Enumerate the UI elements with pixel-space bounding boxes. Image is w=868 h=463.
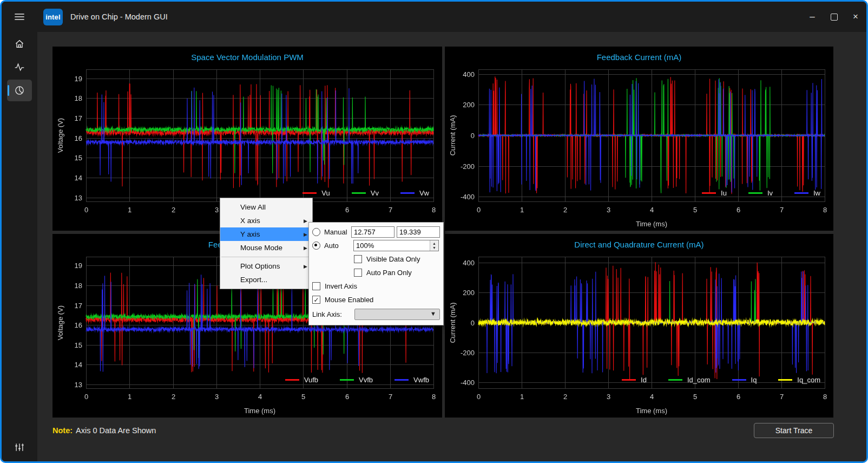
legend-label: Iw xyxy=(813,189,820,197)
legend-label: Vwfb xyxy=(413,376,429,384)
legend-item-Iv: Iv xyxy=(748,189,773,197)
auto-range-row: Auto ▲ ▼ xyxy=(312,239,440,252)
legend-line-icon xyxy=(668,379,682,381)
window-controls: – × xyxy=(801,2,866,32)
legend-line-icon xyxy=(622,379,636,381)
mouse-enabled-checkbox[interactable]: ✓ xyxy=(312,296,320,304)
mouse-enabled-label: Mouse Enabled xyxy=(325,296,373,304)
legend-item-Vvfb: Vvfb xyxy=(340,376,373,384)
status-note: Note:Axis 0 Data Are Shown xyxy=(52,426,156,435)
auto-pan-only-row: Auto Pan Only xyxy=(354,266,440,279)
legend-item-Id: Id xyxy=(622,376,647,384)
invert-axis-row: Invert Axis xyxy=(312,279,440,293)
y-axis-label: Current (mA) xyxy=(449,115,457,155)
legend-label: Id xyxy=(641,376,647,384)
sidebar-item-waveform[interactable] xyxy=(7,56,32,78)
visible-data-only-checkbox[interactable] xyxy=(354,255,362,263)
plot-title: Direct and Quadrature Current (mA) xyxy=(445,240,833,249)
legend-line-icon xyxy=(303,192,317,194)
y-axis-label: Voltage (V) xyxy=(56,118,64,153)
plot-legend[interactable]: IuIvIw xyxy=(702,189,820,197)
app-window: intel Drive on Chip - Modern GUI – × xyxy=(0,0,868,463)
minimize-icon: – xyxy=(810,11,814,22)
maximize-button[interactable] xyxy=(823,2,845,32)
plot-title: Space Vector Modulation PWM xyxy=(52,53,442,62)
maximize-icon xyxy=(831,14,838,21)
window-title: Drive on Chip - Modern GUI xyxy=(70,12,168,21)
sidebar-item-charts[interactable] xyxy=(7,80,32,101)
plot-legend[interactable]: IdId_comIqIq_com xyxy=(622,376,820,384)
legend-line-icon xyxy=(732,379,746,381)
auto-scale-spinbox[interactable]: ▲ ▼ xyxy=(353,240,439,251)
note-text: Axis 0 Data Are Shown xyxy=(76,426,156,435)
titlebar: intel Drive on Chip - Modern GUI – × xyxy=(2,2,866,32)
legend-label: Vw xyxy=(419,189,429,197)
minimize-button[interactable]: – xyxy=(801,2,823,32)
legend-label: Vvfb xyxy=(359,376,373,384)
hamburger-menu-button[interactable] xyxy=(2,13,37,21)
legend-line-icon xyxy=(748,192,762,194)
auto-scale-input[interactable] xyxy=(354,242,430,250)
legend-label: Iv xyxy=(767,189,773,197)
legend-line-icon xyxy=(400,192,415,194)
start-trace-button[interactable]: Start Trace xyxy=(754,423,834,438)
close-button[interactable]: × xyxy=(845,2,866,32)
legend-item-Id_com: Id_com xyxy=(668,376,711,384)
sidebar-item-settings[interactable] xyxy=(2,442,37,453)
plot-panel-feedback-current: Feedback Current (mA) Current (mA) Time … xyxy=(445,47,833,231)
submenu-arrow-icon: ▶ xyxy=(304,218,307,224)
legend-item-Vwfb: Vwfb xyxy=(394,376,429,384)
menu-item-export[interactable]: Export... xyxy=(220,273,312,286)
invert-axis-label: Invert Axis xyxy=(325,282,357,290)
legend-item-Iu: Iu xyxy=(702,189,727,197)
intel-logo: intel xyxy=(43,9,63,25)
menu-item-mouse-mode[interactable]: Mouse Mode ▶ xyxy=(220,241,312,255)
legend-item-Vv: Vv xyxy=(352,189,379,197)
legend-item-Iw: Iw xyxy=(794,189,820,197)
legend-line-icon xyxy=(702,192,716,194)
link-axis-dropdown[interactable]: ▼ xyxy=(354,309,440,320)
menu-item-label: X axis xyxy=(240,217,260,225)
manual-range-row: Manual xyxy=(312,225,440,239)
waveform-icon xyxy=(14,62,25,73)
status-bar: Note:Axis 0 Data Are Shown Start Trace xyxy=(52,421,834,440)
plot-canvas-feedback-current[interactable] xyxy=(445,47,833,231)
plot-canvas-dq-current[interactable] xyxy=(445,234,833,418)
menu-item-label: Mouse Mode xyxy=(240,244,282,252)
auto-label: Auto xyxy=(324,242,353,250)
manual-label: Manual xyxy=(324,228,351,236)
y-min-input[interactable] xyxy=(351,226,394,238)
menu-item-plot-options[interactable]: Plot Options ▶ xyxy=(220,259,312,273)
visible-data-only-label: Visible Data Only xyxy=(366,255,420,263)
submenu-arrow-icon: ▶ xyxy=(304,232,307,237)
menu-item-y-axis[interactable]: Y axis ▶ xyxy=(220,227,312,241)
x-axis-label: Time (ms) xyxy=(478,407,825,415)
legend-item-Vu: Vu xyxy=(303,189,330,197)
spin-up-icon: ▲ xyxy=(432,242,436,246)
invert-axis-checkbox[interactable] xyxy=(312,282,320,290)
manual-radio[interactable] xyxy=(312,228,320,236)
home-icon xyxy=(14,38,25,49)
auto-radio[interactable] xyxy=(312,242,320,250)
plot-legend[interactable]: VuVvVw xyxy=(303,189,429,197)
menu-item-label: View All xyxy=(240,203,266,211)
note-label: Note: xyxy=(52,426,73,435)
plot-legend[interactable]: VufbVvfbVwfb xyxy=(285,376,429,384)
legend-line-icon xyxy=(794,192,808,194)
legend-label: Vv xyxy=(371,189,379,197)
auto-pan-only-checkbox[interactable] xyxy=(354,269,362,277)
menu-item-x-axis[interactable]: X axis ▶ xyxy=(220,214,312,227)
menu-item-view-all[interactable]: View All xyxy=(220,200,312,214)
sidebar xyxy=(2,32,37,461)
menu-item-label: Export... xyxy=(240,276,267,284)
menu-item-label: Y axis xyxy=(240,230,260,238)
intel-logo-text: intel xyxy=(45,13,61,21)
hamburger-icon xyxy=(15,13,24,21)
submenu-arrow-icon: ▶ xyxy=(304,264,307,269)
spinner-buttons[interactable]: ▲ ▼ xyxy=(430,240,438,251)
y-max-input[interactable] xyxy=(397,226,440,238)
sidebar-item-home[interactable] xyxy=(7,33,32,55)
main-content: Space Vector Modulation PWM Voltage (V) … xyxy=(37,32,866,461)
x-axis-label: Time (ms) xyxy=(478,220,825,228)
legend-line-icon xyxy=(778,379,792,381)
